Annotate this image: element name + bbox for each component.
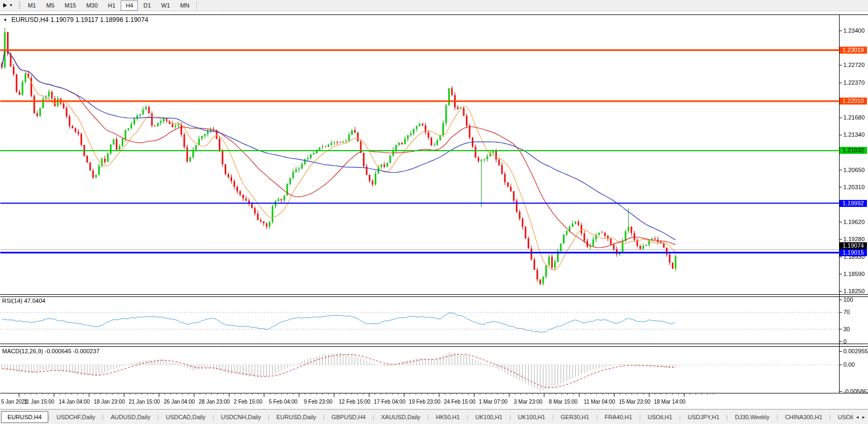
tab-eurusd-h4[interactable]: EURUSD,H4 bbox=[1, 411, 48, 423]
tab-usdcnh-daily[interactable]: USDCNH,Daily bbox=[214, 411, 268, 423]
price-tick-label: 1.22720 bbox=[843, 62, 865, 68]
time-tick-label: 15 Mar 23:00 bbox=[619, 399, 650, 405]
tab-usdcad-daily[interactable]: USDCAD,Daily bbox=[159, 411, 212, 423]
price-tick-label: 1.21340 bbox=[843, 131, 865, 138]
hline-price-label[interactable]: 1.19992 bbox=[840, 200, 867, 207]
time-tick-label: 12 Feb 15:00 bbox=[339, 399, 370, 405]
price-tick-label: 1.19620 bbox=[843, 219, 865, 225]
rsi-label: RSI(14) 47.0404 bbox=[2, 297, 46, 304]
macd-label: MACD(12,26,9) -0.000645 -0.000237 bbox=[2, 348, 100, 354]
time-tick-label: 2 Feb 15:00 bbox=[234, 399, 262, 405]
tab-uk100-h1[interactable]: UK100,H1 bbox=[468, 411, 509, 423]
time-tick-label: 3 Mar 23:00 bbox=[514, 399, 543, 405]
tab-audusd-daily[interactable]: AUDUSD,Daily bbox=[103, 411, 157, 423]
time-tick-label: 11 Mar 04:00 bbox=[584, 399, 615, 405]
price-tick-label: 1.23400 bbox=[843, 27, 865, 34]
price-tick-label: 1.19280 bbox=[843, 236, 865, 242]
chart-title-symbol: EURUSD,H4 bbox=[11, 16, 48, 24]
time-tick-label: 14 Jan 04:00 bbox=[59, 399, 90, 405]
time-tick-label: 26 Jan 04:00 bbox=[164, 399, 195, 405]
tab-ger30-h1[interactable]: GER30,H1 bbox=[554, 411, 596, 423]
symbol-marker-icon[interactable]: ▼ bbox=[3, 18, 8, 23]
price-tick-label: 1.21680 bbox=[843, 114, 865, 121]
toolbar-grip[interactable] bbox=[19, 2, 20, 9]
chart-tab-bar: EURUSD,H4|USDCHF,Daily|AUDUSD,Daily|USDC… bbox=[0, 409, 868, 424]
time-tick-label: 18 Jan 23:00 bbox=[94, 399, 125, 405]
macd-tick-label: 0.00 bbox=[843, 361, 855, 368]
tab-usdchf-daily[interactable]: USDCHF,Daily bbox=[49, 411, 102, 423]
tab-uk100-h1[interactable]: UK100,H1 bbox=[511, 411, 552, 423]
time-tick-label: 1 Mar 07:00 bbox=[479, 399, 507, 405]
tab-hk50-h1[interactable]: HK50,H1 bbox=[429, 411, 467, 423]
time-tick-label: 28 Jan 23:00 bbox=[199, 399, 230, 405]
top-toolbar: ▼ M1M5M15M30H1H4D1W1MN bbox=[0, 0, 868, 11]
timeframe-button-W1[interactable]: W1 bbox=[157, 1, 175, 11]
price-tick-label: 1.20650 bbox=[843, 167, 865, 173]
tab-usdjpy-h1[interactable]: USDJPY,H1 bbox=[681, 411, 726, 423]
time-tick-label: 9 Feb 23:00 bbox=[304, 399, 332, 405]
price-tick-label: 1.22370 bbox=[843, 79, 865, 86]
timeframe-button-H4[interactable]: H4 bbox=[121, 1, 138, 11]
time-tick-label: 11 Jan 15:00 bbox=[24, 399, 54, 405]
rsi-tick-label: 70 bbox=[843, 309, 850, 315]
timeframe-button-M5[interactable]: M5 bbox=[41, 1, 59, 11]
tab-china300-h1[interactable]: CHINA300,H1 bbox=[778, 411, 829, 423]
chart-tool-cluster: ▼ bbox=[0, 3, 16, 8]
hline-price-label[interactable]: 1.22010 bbox=[840, 98, 867, 105]
toolbar-separator bbox=[196, 1, 197, 10]
timeframe-button-M1[interactable]: M1 bbox=[23, 1, 41, 11]
rsi-tick-label: 0 bbox=[843, 338, 847, 345]
time-tick-label: 5 Feb 04:00 bbox=[269, 399, 297, 405]
rsi-tick-label: 30 bbox=[843, 326, 850, 332]
dropdown-caret-icon[interactable]: ▼ bbox=[9, 3, 13, 8]
tab-gbpusd-h4[interactable]: GBPUSD,H4 bbox=[324, 411, 373, 423]
rsi-tick-label: 100 bbox=[843, 296, 853, 303]
timeframe-button-H1[interactable]: H1 bbox=[103, 1, 120, 11]
tab-scroll-controls: ◂ ▸ bbox=[853, 414, 868, 420]
time-tick-label: 18 Mar 14:00 bbox=[654, 399, 686, 405]
chart-title-ohlc: 1.19079 1.19117 1.18996 1.19074 bbox=[50, 16, 149, 24]
macd-tick-label: 0.002955 bbox=[843, 348, 868, 354]
time-tick-label: 24 Feb 15:00 bbox=[444, 399, 476, 405]
timeframe-button-D1[interactable]: D1 bbox=[138, 1, 155, 11]
timeframe-button-MN[interactable]: MN bbox=[175, 1, 194, 11]
chart-canvas[interactable] bbox=[0, 14, 868, 407]
tab-usoil[interactable]: USOil bbox=[831, 411, 853, 423]
macd-tick-label: -0.005863 bbox=[843, 388, 868, 395]
hline-price-label[interactable]: 1.19015 bbox=[840, 249, 867, 256]
current-price-label: 1.19074 bbox=[840, 242, 867, 249]
tab-eurusd-daily[interactable]: EURUSD,Daily bbox=[270, 411, 323, 423]
chart-tabs: EURUSD,H4|USDCHF,Daily|AUDUSD,Daily|USDC… bbox=[0, 410, 853, 424]
timeframe-button-M30[interactable]: M30 bbox=[81, 1, 102, 11]
price-tick-label: 1.20310 bbox=[843, 184, 865, 190]
time-tick-label: 21 Jan 15:00 bbox=[129, 399, 160, 405]
timeframe-toolbar: M1M5M15M30H1H4D1W1MN bbox=[23, 1, 194, 11]
tab-scroll-right-icon[interactable]: ▸ bbox=[862, 414, 865, 420]
timeframe-button-M15[interactable]: M15 bbox=[60, 1, 81, 11]
tab-dj30-weekly[interactable]: DJ30,Weekly bbox=[728, 411, 777, 423]
chart-title: ▼ EURUSD,H4 1.19079 1.19117 1.18996 1.19… bbox=[3, 16, 149, 24]
hline-price-label[interactable]: 1.21032 bbox=[840, 147, 867, 154]
price-tick-label: 1.18590 bbox=[843, 271, 865, 277]
tab-scroll-left-icon[interactable]: ◂ bbox=[856, 414, 859, 420]
time-tick-label: 17 Feb 04:00 bbox=[374, 399, 405, 405]
hline-price-label[interactable]: 1.23019 bbox=[840, 47, 867, 54]
price-tick-label: 1.18250 bbox=[843, 288, 865, 294]
time-tick-label: 8 Mar 15:00 bbox=[549, 399, 577, 405]
chart-tool-icon[interactable] bbox=[3, 3, 7, 8]
tab-fra40-h1[interactable]: FRA40,H1 bbox=[598, 411, 639, 423]
tab-xauusd-daily[interactable]: XAUUSD,Daily bbox=[374, 411, 427, 423]
time-tick-label: 19 Feb 23:00 bbox=[409, 399, 441, 405]
tab-usoil-h1[interactable]: USOil,H1 bbox=[641, 411, 679, 423]
